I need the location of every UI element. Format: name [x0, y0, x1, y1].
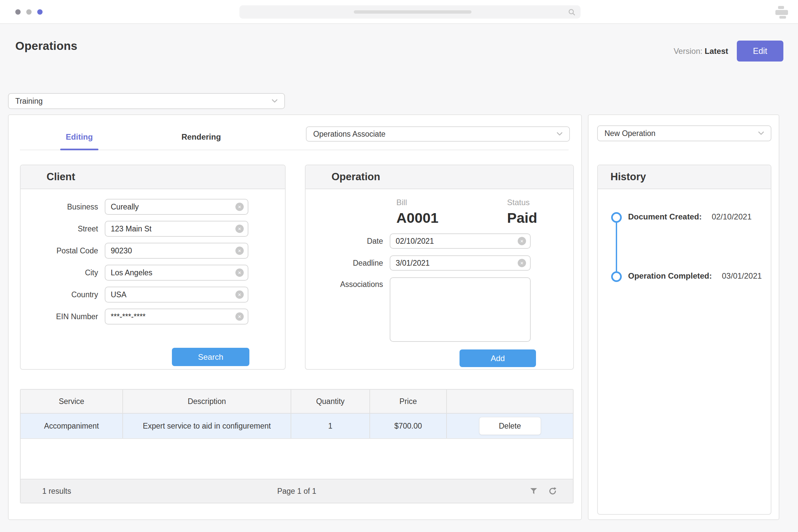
client-field-business: Business ✕	[21, 199, 285, 215]
client-field-city: City ✕	[21, 265, 285, 281]
page-title: Operations	[15, 39, 77, 53]
cell-service: Accompaniment	[21, 414, 123, 438]
client-field-postal-code: Postal Code ✕	[21, 243, 285, 259]
clear-icon[interactable]: ✕	[235, 312, 244, 321]
date-input[interactable]	[390, 233, 531, 249]
column-header-quantity: Quantity	[291, 390, 370, 413]
column-header-price: Price	[370, 390, 447, 413]
menu-icon[interactable]	[775, 6, 788, 19]
window-dot-3[interactable]	[37, 9, 42, 15]
cell-actions: Delete	[447, 414, 573, 438]
chevron-down-icon	[272, 99, 278, 103]
window-titlebar	[0, 0, 798, 24]
tab-editing[interactable]: Editing	[60, 132, 98, 141]
client-search-button[interactable]: Search	[172, 348, 249, 366]
operation-field-date: Date ✕	[306, 233, 531, 249]
ein-input[interactable]	[105, 308, 248, 324]
client-field-country: Country ✕	[21, 287, 285, 303]
active-tab-underline	[60, 149, 98, 150]
operation-section-title: Operation	[306, 165, 573, 189]
table-row: Accompaniment Expert service to aid in c…	[21, 414, 573, 439]
tab-rendering[interactable]: Rendering	[173, 132, 229, 141]
field-label: Associations	[306, 277, 390, 289]
client-section: Client Business ✕ Street ✕	[20, 165, 286, 370]
event-date: 03/01/2021	[722, 271, 762, 281]
edit-button[interactable]: Edit	[737, 41, 783, 61]
field-label: Business	[21, 203, 105, 211]
search-input[interactable]	[240, 5, 581, 19]
timeline-dot	[611, 212, 622, 223]
column-header-service: Service	[21, 390, 123, 413]
operation-section: Operation Bill A0001 Status Paid Date ✕	[305, 165, 574, 370]
main-panel: Editing Rendering Operations Associate C…	[8, 114, 582, 520]
training-select[interactable]: Training	[8, 93, 285, 109]
add-button[interactable]: Add	[459, 349, 536, 367]
associate-select-value: Operations Associate	[313, 130, 385, 139]
operation-field-deadline: Deadline ✕	[306, 255, 531, 271]
clear-icon[interactable]: ✕	[518, 259, 526, 267]
status-block: Status Paid	[507, 198, 537, 226]
field-label: Country	[21, 290, 105, 299]
event-label: Document Created:	[628, 212, 702, 222]
column-header-actions	[447, 390, 573, 413]
timeline-dot	[611, 271, 622, 282]
window-dot-2[interactable]	[26, 9, 32, 15]
clear-icon[interactable]: ✕	[235, 269, 244, 277]
associate-select[interactable]: Operations Associate	[306, 126, 570, 141]
table-footer: 1 results Page 1 of 1	[21, 479, 573, 503]
deadline-input[interactable]	[390, 255, 531, 271]
window-dot-1[interactable]	[15, 9, 21, 15]
field-label: Postal Code	[21, 246, 105, 255]
status-label: Status	[507, 198, 537, 207]
client-section-title: Client	[21, 165, 285, 189]
delete-button[interactable]: Delete	[479, 417, 541, 435]
clear-icon[interactable]: ✕	[235, 291, 244, 299]
street-input[interactable]	[105, 221, 248, 237]
client-field-street: Street ✕	[21, 221, 285, 237]
history-event: Document Created: 02/10/2021	[628, 212, 752, 222]
field-label: EIN Number	[21, 312, 105, 321]
history-section: History Document Created: 02/10/2021 Ope…	[597, 165, 772, 515]
postal-code-input[interactable]	[105, 243, 248, 259]
new-operation-select-value: New Operation	[605, 129, 656, 138]
history-event: Operation Completed: 03/01/2021	[628, 271, 762, 281]
filter-icon[interactable]	[530, 488, 538, 495]
operation-field-associations: Associations	[306, 277, 531, 343]
table-header-row: Service Description Quantity Price	[21, 390, 573, 414]
version-value: Latest	[705, 46, 728, 56]
event-label: Operation Completed:	[628, 271, 712, 281]
training-select-value: Training	[15, 97, 42, 106]
search-placeholder-line	[354, 10, 472, 14]
field-label: Deadline	[306, 259, 390, 268]
services-table: Service Description Quantity Price Accom…	[20, 389, 573, 504]
field-label: City	[21, 268, 105, 277]
bill-value: A0001	[396, 210, 439, 226]
page-indicator: Page 1 of 1	[21, 487, 573, 496]
history-section-title: History	[598, 165, 771, 189]
chevron-down-icon	[557, 132, 563, 136]
search-icon	[568, 8, 576, 16]
cell-description: Expert service to aid in configurement	[123, 414, 291, 438]
city-input[interactable]	[105, 265, 248, 281]
new-operation-select[interactable]: New Operation	[597, 125, 772, 141]
refresh-icon[interactable]	[548, 487, 557, 495]
business-input[interactable]	[105, 199, 248, 215]
country-input[interactable]	[105, 287, 248, 303]
client-field-ein: EIN Number ✕	[21, 308, 285, 324]
chevron-down-icon	[758, 131, 764, 135]
clear-icon[interactable]: ✕	[235, 247, 244, 255]
clear-icon[interactable]: ✕	[235, 203, 244, 211]
right-panel: New Operation History Document Created: …	[588, 114, 779, 520]
clear-icon[interactable]: ✕	[518, 237, 526, 245]
status-badge: Paid	[507, 210, 537, 226]
event-date: 02/10/2021	[711, 212, 752, 222]
timeline-connector	[616, 223, 617, 271]
field-label: Street	[21, 225, 105, 233]
associations-textarea[interactable]	[390, 277, 531, 342]
bill-label: Bill	[396, 198, 439, 207]
version-text: Version: Latest	[673, 46, 728, 56]
cell-quantity: 1	[291, 414, 370, 438]
clear-icon[interactable]: ✕	[235, 225, 244, 233]
cell-price: $700.00	[370, 414, 447, 438]
bill-block: Bill A0001	[396, 198, 439, 226]
